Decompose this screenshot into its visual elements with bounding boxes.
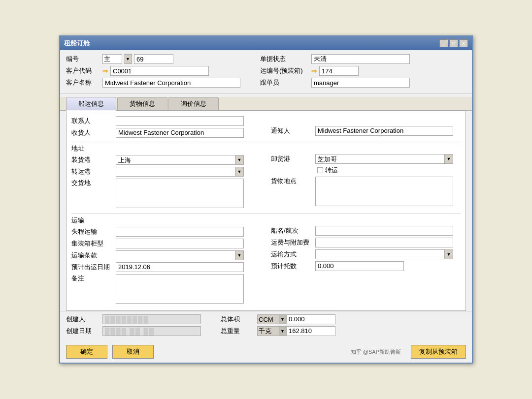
shouHuoRen-label: 收货人 (71, 128, 116, 137)
xieHuoGang-label: 卸货港 (271, 154, 315, 163)
yunBianHao-arrow-icon: ⇒ (311, 67, 317, 75)
yunShuFangShi-label: 运输方式 (271, 250, 315, 259)
zhuanYun-checkbox[interactable] (317, 167, 323, 173)
yunFeiYuFuJiaChi-label: 运费与附加费 (271, 238, 315, 247)
copy-button[interactable]: 复制从预装箱 (411, 345, 466, 359)
cancel-button[interactable]: 取消 (112, 345, 154, 359)
yunShuFangShi-dropdown-icon[interactable]: ▼ (444, 249, 453, 259)
bianHao-type-select[interactable]: 主 (102, 54, 122, 64)
main-window: 租船订舱 _ □ ✕ 编号 主 ▼ 69 客户代码 ⇒ C (59, 35, 473, 364)
window-controls: _ □ ✕ (439, 39, 468, 47)
confirm-button[interactable]: 确定 (66, 345, 107, 359)
tab-content: 联系人 收货人 Midwest Fastener Corporation 通知人… (66, 111, 466, 311)
yunShuFangShi-input[interactable] (315, 249, 444, 259)
yunFeiYuFuJiaChi-input[interactable] (315, 238, 453, 247)
button-row: 确定 取消 知乎 @SAP新凯普斯 复制从预装箱 (60, 341, 472, 363)
yunShuTiaoKuan-input[interactable] (116, 250, 235, 260)
tab-shipping[interactable]: 船运信息 (66, 97, 116, 111)
chuanMingHangCi-label: 船名/航次 (271, 226, 315, 235)
xieHuoGang-input[interactable]: 芝加哥 (315, 154, 444, 164)
bianHao-dropdown-icon[interactable]: ▼ (124, 54, 132, 64)
genDanYuan-value[interactable]: manager (311, 78, 410, 88)
tongZhiRen-label: 通知人 (271, 126, 315, 135)
zongTiJi-label: 总体积 (221, 315, 255, 324)
danJuZhuangTai-value[interactable]: 未清 (311, 54, 410, 64)
close-button[interactable]: ✕ (459, 39, 468, 47)
xieHuoGang-dropdown-icon[interactable]: ▼ (444, 154, 453, 164)
zongTiJi-value[interactable]: 0.000 (286, 314, 335, 324)
chuangJianRiQi-value: ████ ██ ██ (102, 326, 201, 336)
minimize-button[interactable]: _ (439, 39, 448, 47)
transport-section-label: 运输 (71, 216, 116, 225)
jiZhuangXiangGuiXing-label: 集装箱柜型 (71, 239, 116, 248)
zhuanYunGang-input[interactable] (116, 167, 235, 177)
chuanMingHangCi-input[interactable] (315, 226, 453, 236)
zhuanYunGang-dropdown-icon[interactable]: ▼ (235, 167, 244, 177)
yunShuTiaoKuan-label: 运输条款 (71, 251, 116, 260)
zongZhongLiang-unit-select[interactable]: 千克 (257, 326, 279, 336)
title-bar: 租船订舱 _ □ ✕ (60, 36, 472, 50)
lianXiRen-input[interactable] (116, 116, 244, 126)
shouHuoRen-input[interactable]: Midwest Fastener Corporation (116, 128, 244, 138)
genDanYuan-label: 跟单员 (260, 78, 309, 87)
zhuangHuoGang-label: 装货港 (71, 155, 116, 164)
tabs-bar: 船运信息 货物信息 询价信息 (60, 97, 472, 111)
keHuDaiMa-arrow-icon: ⇒ (102, 67, 108, 75)
diZhi-label: 地址 (71, 144, 116, 153)
bianHao-label: 编号 (66, 55, 100, 63)
tab-inquiry[interactable]: 询价信息 (168, 97, 219, 110)
keHuMingCheng-value[interactable]: Midwest Fastener Corporation (102, 78, 240, 88)
yuJiTuoShu-label: 预计托数 (271, 262, 315, 271)
yunBianHao-label: 运编号(预装箱) (260, 66, 309, 75)
zongZhongLiang-value[interactable]: 162.810 (286, 326, 335, 336)
keHuDaiMa-value[interactable]: C0001 (110, 66, 209, 76)
yuJiChuYunRiQi-input[interactable]: 2019.12.06 (116, 262, 244, 272)
keHuDaiMa-label: 客户代码 (66, 66, 100, 75)
jiaoHuoDi-textarea[interactable] (116, 179, 244, 208)
zhuangHuoGang-input[interactable]: 上海 (116, 155, 235, 165)
yuJiTuoShu-input[interactable]: 0.000 (315, 261, 404, 271)
jiZhuangXiangGuiXing-input[interactable] (116, 239, 244, 248)
chuangJianRiQi-label: 创建日期 (66, 327, 100, 336)
watermark-text: 知乎 @SAP新凯普斯 (351, 348, 401, 356)
danJuZhuangTai-label: 单据状态 (260, 55, 309, 63)
zhuangHuoGang-dropdown-icon[interactable]: ▼ (235, 155, 244, 165)
lianXiRen-label: 联系人 (71, 117, 116, 125)
chuangJianRen-value: ████████ (102, 314, 201, 324)
footer-area: 创建人 ████████ 创建日期 ████ ██ ██ 总体积 (60, 311, 472, 341)
zhuanYun-label: 转运 (325, 166, 338, 175)
zongZhongLiang-label: 总重量 (221, 327, 255, 336)
bianHao-value[interactable]: 69 (134, 54, 173, 64)
chuangJianRen-label: 创建人 (66, 315, 100, 324)
zongTiJi-unit-select[interactable]: CCM (257, 314, 279, 324)
yunBianHao-value[interactable]: 174 (319, 66, 359, 76)
keHuMingCheng-label: 客户名称 (66, 78, 100, 87)
header-area: 编号 主 ▼ 69 客户代码 ⇒ C0001 客户名称 Midwest Fast… (60, 50, 472, 94)
huoWuDiDian-textarea[interactable] (315, 177, 453, 206)
beiZhu-label: 备注 (71, 274, 116, 283)
maximize-button[interactable]: □ (449, 39, 458, 47)
tab-cargo[interactable]: 货物信息 (117, 97, 167, 110)
yuJiChuYunRiQi-label: 预计出运日期 (71, 263, 116, 272)
jiaoHuoDi-label: 交货地 (71, 179, 116, 187)
window-title: 租船订舱 (64, 39, 90, 48)
touCheng-label: 头程运输 (71, 227, 116, 236)
huoWuDiDian-label: 货物地点 (271, 177, 315, 185)
zongZhongLiang-unit-dropdown-icon[interactable]: ▼ (279, 326, 286, 336)
tongZhiRen-input[interactable]: Midwest Fastener Corporation (315, 126, 453, 136)
touCheng-input[interactable] (116, 227, 244, 237)
yunShuTiaoKuan-dropdown-icon[interactable]: ▼ (235, 250, 244, 260)
zongTiJi-unit-dropdown-icon[interactable]: ▼ (279, 314, 286, 324)
beiZhu-textarea[interactable] (116, 274, 244, 304)
zhuanYunGang-label: 转运港 (71, 167, 116, 176)
